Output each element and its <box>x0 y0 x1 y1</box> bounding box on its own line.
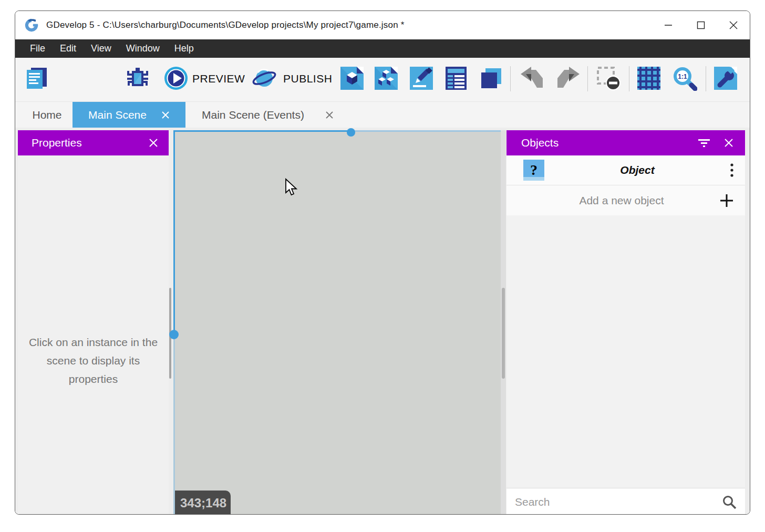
canvas-scrollbar-right[interactable] <box>502 288 505 379</box>
minimize-icon <box>664 21 673 29</box>
object-name: Object <box>544 164 730 176</box>
cursor-coordinates-value: 343;148 <box>180 496 226 510</box>
object-groups-icon <box>374 66 399 91</box>
properties-panel-body: Click on an instance in the scene to dis… <box>18 155 169 515</box>
tab-main-scene[interactable]: Main Scene <box>73 102 185 128</box>
object-menu-kebab-icon[interactable] <box>730 163 733 178</box>
tab-bar: Home Main Scene Main Scene (Events) <box>15 101 750 128</box>
menu-bar: File Edit View Window Help <box>15 39 750 58</box>
properties-panel-header: Properties <box>18 130 169 155</box>
app-window: GDevelop 5 - C:\Users\charburg\Documents… <box>15 11 750 515</box>
deselect-icon <box>595 66 623 91</box>
menu-help[interactable]: Help <box>167 39 201 58</box>
tab-main-scene-label: Main Scene <box>88 109 147 121</box>
debug-icon <box>125 66 150 91</box>
svg-text:1:1: 1:1 <box>678 73 687 80</box>
tab-main-scene-events-label: Main Scene (Events) <box>202 109 304 121</box>
object-groups-button[interactable] <box>374 66 399 91</box>
tab-home[interactable]: Home <box>22 102 73 128</box>
project-manager-icon <box>24 66 49 91</box>
debug-button[interactable] <box>125 66 150 91</box>
grid-button[interactable] <box>636 66 661 91</box>
objects-panel-title: Objects <box>521 137 698 149</box>
scene-border-left-extension <box>173 335 175 515</box>
objects-panel-body <box>506 215 745 488</box>
question-mark-glyph: ? <box>530 162 537 179</box>
publish-button[interactable] <box>252 66 277 91</box>
objects-search-bar <box>506 488 745 515</box>
title-bar: GDevelop 5 - C:\Users\charburg\Documents… <box>15 11 750 39</box>
globe-icon <box>252 66 277 91</box>
properties-panel: Properties Click on an instance in the s… <box>18 130 169 515</box>
zoom-1-1-icon: 1:1 <box>672 66 697 91</box>
tab-main-scene-events-close-icon[interactable] <box>325 111 334 119</box>
properties-panel-title: Properties <box>32 137 149 149</box>
layers-icon <box>479 66 504 91</box>
undo-button[interactable] <box>520 66 545 91</box>
edit-scene-button[interactable] <box>409 66 434 91</box>
deselect-button[interactable] <box>595 66 623 91</box>
scene-properties-button[interactable] <box>713 66 738 91</box>
minimize-button[interactable] <box>652 11 685 39</box>
instances-list-button[interactable] <box>443 66 469 91</box>
scene-canvas[interactable] <box>175 130 501 515</box>
add-object-row[interactable]: Add a new object <box>506 185 745 215</box>
scene-border-top-extension <box>351 130 501 132</box>
objects-panel: Objects ? Object Add a new object <box>506 130 745 515</box>
mouse-cursor <box>284 178 299 197</box>
window-controls <box>652 11 750 39</box>
search-input[interactable] <box>515 496 722 508</box>
toolbar: PREVIEW PUBLISH <box>15 58 750 101</box>
preview-button[interactable] <box>163 66 189 91</box>
maximize-icon <box>697 21 705 29</box>
project-manager-button[interactable] <box>24 66 49 91</box>
zoom-original-button[interactable]: 1:1 <box>672 66 697 91</box>
grid-icon <box>636 66 661 91</box>
publish-label[interactable]: PUBLISH <box>283 70 332 87</box>
menu-view[interactable]: View <box>84 39 119 58</box>
objects-close-icon[interactable] <box>724 138 733 148</box>
redo-button[interactable] <box>555 66 581 91</box>
tab-home-label: Home <box>32 109 61 121</box>
wrench-icon <box>713 66 738 91</box>
toolbar-separator <box>706 66 706 91</box>
search-icon <box>722 495 737 509</box>
close-icon <box>729 21 738 29</box>
scene-resize-handle-top[interactable] <box>347 128 355 137</box>
object-list-item[interactable]: ? Object <box>506 155 745 185</box>
add-object-plus-icon[interactable] <box>720 194 733 207</box>
close-button[interactable] <box>717 11 750 39</box>
object-thumbnail-icon: ? <box>523 160 544 181</box>
instances-list-icon <box>443 66 469 91</box>
scene-border-left <box>173 130 175 335</box>
scene-border-top <box>175 130 351 132</box>
maximize-button[interactable] <box>685 11 717 39</box>
properties-close-icon[interactable] <box>149 138 158 148</box>
cursor-coordinates-badge: 343;148 <box>175 491 231 515</box>
toolbar-separator <box>629 66 629 91</box>
undo-icon <box>520 66 545 91</box>
scene-resize-handle-left[interactable] <box>169 330 179 339</box>
menu-file[interactable]: File <box>23 39 53 58</box>
objects-filter-icon[interactable] <box>698 139 710 147</box>
preview-label[interactable]: PREVIEW <box>192 70 245 87</box>
layers-editor-button[interactable] <box>479 66 504 91</box>
toolbar-separator <box>510 66 511 91</box>
tab-main-scene-close-icon[interactable] <box>161 111 170 119</box>
gdevelop-logo-icon <box>24 17 39 33</box>
objects-editor-icon <box>339 66 365 91</box>
toolbar-separator <box>587 66 588 91</box>
pencil-edit-icon <box>409 66 434 91</box>
window-title: GDevelop 5 - C:\Users\charburg\Documents… <box>46 20 405 30</box>
add-object-label: Add a new object <box>523 194 720 207</box>
editor-content: Properties Click on an instance in the s… <box>15 128 750 515</box>
properties-empty-message: Click on an instance in the scene to dis… <box>26 333 161 388</box>
objects-panel-header: Objects <box>506 130 745 155</box>
play-icon <box>163 66 189 91</box>
menu-edit[interactable]: Edit <box>53 39 84 58</box>
tab-main-scene-events[interactable]: Main Scene (Events) <box>185 102 350 128</box>
objects-editor-button[interactable] <box>339 66 365 91</box>
menu-window[interactable]: Window <box>119 39 167 58</box>
redo-icon <box>555 66 581 91</box>
